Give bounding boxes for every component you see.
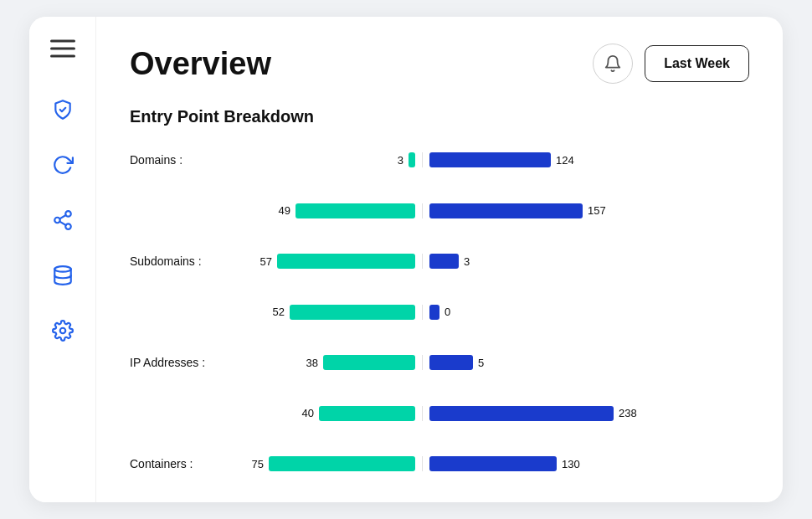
bars-container: 40 238	[239, 406, 749, 421]
bars-container: 57 3	[239, 254, 749, 269]
right-value: 0	[445, 306, 450, 318]
row-label-domains: Domains :	[130, 153, 239, 167]
svg-point-8	[54, 266, 71, 272]
chart-row: 52 0	[130, 297, 749, 327]
chart-row: IP Addresses : 38 5	[130, 347, 749, 378]
svg-point-9	[59, 328, 65, 334]
right-value: 157	[588, 204, 606, 217]
chart-area: Domains : 3 124 49	[130, 145, 749, 479]
row-label-containers: Containers :	[130, 457, 239, 470]
sidebar-item-refresh[interactable]	[42, 144, 84, 186]
right-value: 130	[562, 458, 580, 470]
left-value: 40	[294, 407, 314, 419]
blue-bar	[429, 406, 614, 421]
right-value: 5	[478, 357, 484, 369]
blue-bar	[429, 203, 583, 218]
bars-container: 3 124	[239, 152, 749, 167]
blue-bar	[429, 305, 439, 320]
blue-bar	[429, 355, 473, 370]
row-label-ip: IP Addresses :	[130, 356, 239, 369]
sidebar-item-share[interactable]	[42, 199, 84, 241]
right-value: 3	[464, 255, 470, 268]
bars-container: 75 130	[239, 456, 749, 471]
sidebar-item-shield[interactable]	[42, 89, 84, 131]
svg-line-6	[59, 222, 65, 225]
sidebar	[29, 17, 96, 502]
teal-bar	[277, 254, 415, 269]
teal-bar	[290, 305, 415, 320]
left-bars: 75	[239, 456, 423, 471]
menu-icon[interactable]	[48, 33, 78, 64]
right-bars: 124	[423, 152, 749, 167]
teal-bar	[319, 406, 415, 421]
page-title: Overview	[130, 46, 271, 82]
section-title: Entry Point Breakdown	[130, 107, 749, 126]
sidebar-item-settings[interactable]	[42, 310, 84, 352]
header: Overview Last Week	[130, 44, 749, 84]
right-bars: 130	[423, 456, 749, 471]
blue-bar	[429, 152, 551, 167]
header-actions: Last Week	[593, 44, 749, 84]
left-bars: 52	[239, 305, 423, 320]
right-bars: 0	[423, 305, 749, 320]
left-value: 38	[298, 357, 318, 369]
chart-row: Containers : 75 130	[130, 449, 749, 479]
right-bars: 3	[423, 254, 749, 269]
right-bars: 238	[423, 406, 749, 421]
teal-bar	[323, 355, 415, 370]
svg-line-7	[59, 215, 65, 218]
bars-container: 49 157	[239, 203, 749, 218]
bars-container: 52 0	[239, 305, 749, 320]
chart-row: Subdomains : 57 3	[130, 246, 749, 276]
teal-bar	[409, 152, 415, 167]
sidebar-item-database[interactable]	[42, 254, 84, 296]
bell-icon	[604, 54, 622, 73]
period-button[interactable]: Last Week	[645, 45, 749, 82]
left-value: 49	[270, 204, 290, 217]
chart-row: 49 157	[130, 196, 749, 226]
blue-bar	[429, 254, 459, 269]
left-value: 3	[383, 154, 403, 167]
right-bars: 5	[423, 355, 749, 370]
right-value: 124	[556, 154, 574, 167]
row-label-subdomains: Subdomains :	[130, 254, 239, 268]
left-bars: 3	[239, 152, 423, 167]
main-card: Overview Last Week Entry Point Breakdown…	[29, 17, 783, 502]
teal-bar	[269, 456, 415, 471]
left-value: 57	[252, 255, 272, 268]
notifications-button[interactable]	[593, 44, 633, 84]
left-value: 75	[244, 458, 264, 470]
left-value: 52	[265, 306, 285, 318]
blue-bar	[429, 456, 557, 471]
left-bars: 40	[239, 406, 423, 421]
right-value: 238	[619, 407, 637, 419]
bars-container: 38 5	[239, 355, 749, 370]
left-bars: 57	[239, 254, 423, 269]
right-bars: 157	[423, 203, 749, 218]
teal-bar	[296, 203, 415, 218]
chart-row: 40 238	[130, 398, 749, 429]
chart-row: Domains : 3 124	[130, 145, 749, 175]
main-content: Overview Last Week Entry Point Breakdown…	[96, 17, 783, 502]
left-bars: 38	[239, 355, 423, 370]
left-bars: 49	[239, 203, 423, 218]
